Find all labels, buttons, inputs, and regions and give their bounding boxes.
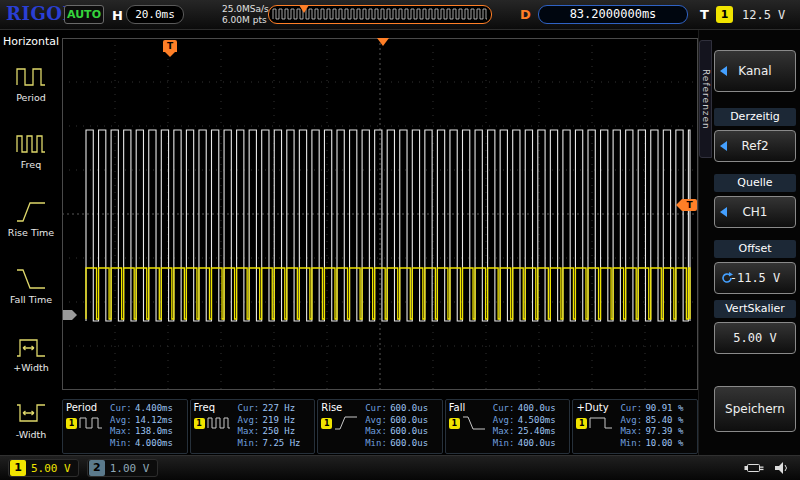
horizontal-scale-label: H — [112, 8, 123, 23]
rotate-knob-icon — [720, 271, 734, 285]
menu-item-period[interactable]: Period — [0, 50, 62, 118]
scale-value: 5.00 V — [733, 331, 776, 345]
speichern-button[interactable]: Speichern — [714, 386, 796, 432]
stat-value: 4.000ms — [135, 438, 173, 450]
source-select-button[interactable]: CH1 — [714, 196, 796, 228]
menu-item-label: Freq — [21, 159, 41, 170]
measurement-name: +Duty — [576, 402, 608, 413]
channel-badge: 1 — [66, 418, 77, 429]
stat-label: Cur: — [238, 403, 263, 415]
chevron-left-icon — [720, 66, 727, 76]
status-bar: 1 5.00 V 2 1.00 V — [0, 455, 800, 480]
ch2-badge: 2 — [89, 460, 105, 476]
stat-label: Cur: — [365, 403, 390, 415]
speichern-button-label: Speichern — [725, 402, 785, 416]
measurement-panel-duty: +Duty 1 Cur:90.91 % Avg:85.40 % Max:97.3… — [572, 399, 698, 454]
rise-icon — [334, 416, 358, 430]
delay-position-marker — [377, 38, 389, 46]
channel-badge: 1 — [194, 418, 205, 429]
measurement-panel-fall: Fall 1 Cur:400.0us Avg:4.500ms Max:25.40… — [445, 399, 571, 454]
channel-badge: 1 — [321, 418, 332, 429]
menu-item-label: -Width — [16, 429, 47, 440]
trigger-level-readout: 12.5 V — [742, 8, 785, 22]
ch1-waveform — [86, 268, 690, 319]
stat-value: 600.0us — [390, 438, 428, 450]
horizontal-position-indicator — [268, 5, 492, 24]
measurement-name: Period — [66, 402, 97, 413]
top-bar: RIGOL AUTO H 20.0ms 25.0MSa/s 6.00M pts … — [0, 0, 800, 30]
menu-item-rise-time[interactable]: Rise Time — [0, 185, 62, 253]
stat-value: 600.0us — [390, 403, 428, 415]
run-state-badge: AUTO — [64, 5, 104, 24]
source-select-label: CH1 — [742, 205, 767, 219]
ch2-scale: 1.00 V — [110, 462, 150, 475]
stat-value: 250 Hz — [263, 426, 296, 438]
stat-value: 600.0us — [390, 426, 428, 438]
stat-value: 219 Hz — [263, 415, 296, 427]
stat-label: Cur: — [110, 403, 135, 415]
quelle-label: Quelle — [714, 174, 796, 192]
acquisition-readout: 25.0MSa/s 6.00M pts — [222, 4, 269, 26]
derzeitig-label: Derzeitig — [714, 108, 796, 126]
measurement-panel-period: Period 1 Cur:4.400ms Avg:14.12ms Max:138… — [62, 399, 188, 454]
measurement-name: Rise — [321, 402, 342, 413]
usb-icon — [744, 461, 764, 475]
stat-value: 7.25 Hz — [263, 438, 301, 450]
stat-label: Avg: — [493, 415, 518, 427]
trigger-position-marker: T — [163, 40, 177, 52]
oscilloscope-screen: RIGOL AUTO H 20.0ms 25.0MSa/s 6.00M pts … — [0, 0, 800, 480]
menu-item-neg-width[interactable]: -Width — [0, 388, 62, 456]
chevron-left-icon — [720, 207, 727, 217]
ref-select-label: Ref2 — [741, 139, 768, 153]
freq-icon — [207, 416, 231, 430]
ch1-status-chip[interactable]: 1 5.00 V — [8, 459, 79, 477]
measure-menu: Horizontal Period Freq Rise Time Fall Ti… — [0, 30, 62, 455]
stat-label: Max: — [110, 426, 135, 438]
stat-label: Avg: — [365, 415, 390, 427]
menu-item-fall-time[interactable]: Fall Time — [0, 253, 62, 321]
kanal-button[interactable]: Kanal — [714, 50, 796, 92]
menu-item-pos-width[interactable]: +Width — [0, 320, 62, 388]
stat-label: Min: — [365, 438, 390, 450]
offset-value-button[interactable]: -11.5 V — [714, 262, 796, 294]
channel-badge: 1 — [576, 418, 587, 429]
scale-value-button[interactable]: 5.00 V — [714, 322, 796, 354]
menu-item-label: Period — [16, 92, 46, 103]
measurement-name: Freq — [194, 402, 215, 413]
ch2-status-chip[interactable]: 2 1.00 V — [87, 459, 158, 477]
stat-value: 138.0ms — [135, 426, 173, 438]
stat-value: 25.40ms — [518, 426, 556, 438]
trigger-label: T — [700, 7, 709, 22]
freq-icon — [15, 132, 47, 156]
stat-label: Min: — [493, 438, 518, 450]
channel-badge: 1 — [449, 418, 460, 429]
duty-icon — [589, 416, 613, 430]
ch1-scale: 5.00 V — [31, 462, 71, 475]
memory-depth: 6.00M pts — [222, 15, 269, 26]
measurement-bar: Period 1 Cur:4.400ms Avg:14.12ms Max:138… — [62, 399, 698, 454]
vertskalier-label: VertSkalier — [714, 300, 796, 318]
display-area: T T — [62, 30, 698, 398]
stat-value: 14.12ms — [135, 415, 173, 427]
stat-value: 97.39 % — [645, 426, 683, 438]
offset-value: -11.5 V — [730, 271, 781, 285]
measurement-name: Fall — [449, 402, 466, 413]
trigger-source-badge: 1 — [716, 6, 733, 23]
pos-width-icon — [15, 335, 47, 359]
ref-select-button[interactable]: Ref2 — [714, 130, 796, 162]
menu-item-label: +Width — [13, 362, 49, 373]
menu-item-freq[interactable]: Freq — [0, 118, 62, 186]
stat-value: 10.00 % — [645, 438, 683, 450]
stat-label: Avg: — [620, 415, 645, 427]
rise-time-icon — [15, 200, 47, 224]
menu-item-label: Rise Time — [8, 227, 54, 238]
graticule — [62, 38, 698, 390]
ref-position-marker — [63, 310, 72, 320]
stat-label: Avg: — [238, 415, 263, 427]
softkey-menu: Referenzen Kanal Derzeitig Ref2 Quelle C… — [698, 30, 800, 455]
menu-tab-referenzen[interactable]: Referenzen — [699, 40, 712, 158]
stat-label: Max: — [238, 426, 263, 438]
offset-label: Offset — [714, 240, 796, 258]
stat-label: Min: — [620, 438, 645, 450]
period-icon — [79, 416, 103, 430]
